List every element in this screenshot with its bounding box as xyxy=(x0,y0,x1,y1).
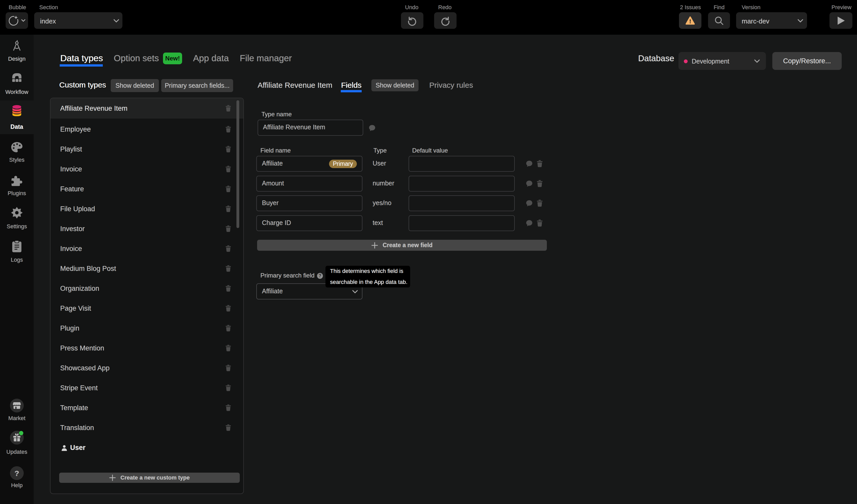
svg-text:?: ? xyxy=(15,469,19,477)
